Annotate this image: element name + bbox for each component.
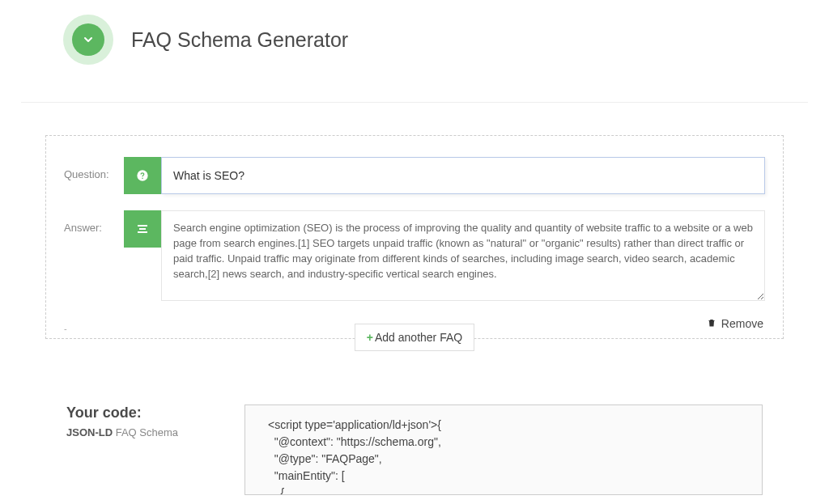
page-header: FAQ Schema Generator [0,0,829,65]
chevron-down-icon[interactable] [72,23,104,56]
code-output[interactable]: <script type='application/ld+json'>{ "@c… [244,404,763,495]
resize-hint: - [64,324,67,333]
answer-input[interactable] [161,210,765,301]
faq-item: Question: Answer: - Remove [45,135,784,339]
trash-icon [707,317,720,330]
question-label: Question: [64,157,124,180]
question-icon [124,157,161,194]
remove-label: Remove [721,317,763,330]
code-section: Your code: JSON-LD FAQ Schema <script ty… [66,404,763,495]
answer-label: Answer: [64,210,124,234]
add-label: Add another FAQ [375,331,462,344]
plus-icon: + [367,331,373,344]
align-icon [124,210,161,248]
code-subheading: JSON-LD FAQ Schema [66,426,244,438]
add-faq-button[interactable]: +Add another FAQ [355,324,474,351]
question-input[interactable] [161,157,765,194]
code-heading-block: Your code: JSON-LD FAQ Schema [66,404,244,438]
add-button-row: +Add another FAQ [21,338,808,366]
page-title: FAQ Schema Generator [131,28,348,52]
answer-row: Answer: [64,210,765,301]
question-row: Question: [64,157,765,194]
remove-button[interactable]: Remove [707,317,765,338]
header-icon-outer [63,15,113,65]
main-panel: Question: Answer: - Remove +Add [21,102,808,495]
code-heading: Your code: [66,404,244,421]
